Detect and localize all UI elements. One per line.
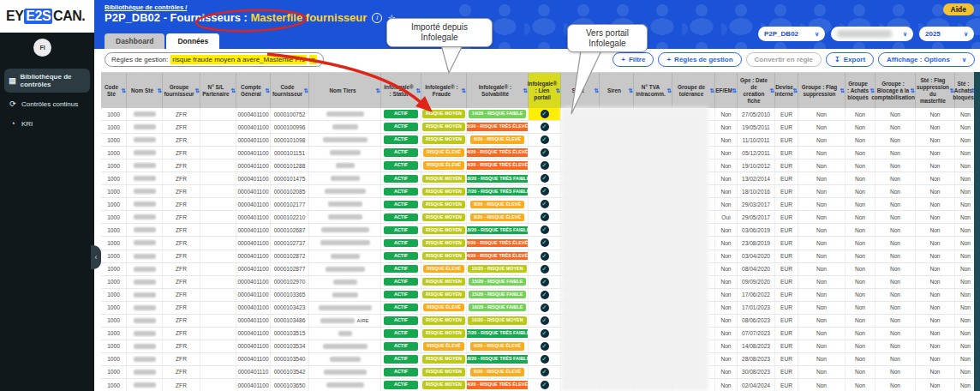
table-row[interactable]: 1000ZFR00004011000000102177ACTIFRISQUE M… — [101, 198, 980, 211]
col-header-ef-em[interactable]: EF/EM⇅ — [715, 73, 738, 108]
table-row[interactable]: 1000ZFR00004011000000102687ACTIFRISQUE M… — [101, 224, 980, 237]
year-selector[interactable]: 2025∨ — [919, 27, 974, 41]
portal-link-check-icon[interactable]: ✓ — [541, 355, 549, 364]
portal-link-check-icon[interactable]: ✓ — [541, 316, 549, 325]
tab-dashboard[interactable]: Dashboard — [105, 33, 164, 49]
col-header-code-ste[interactable]: Code Sté⇅ — [101, 73, 127, 108]
sort-icon[interactable]: ⇅ — [710, 87, 714, 93]
rule-filter-chip[interactable]: Règles de gestion: risque fraude moyen à… — [105, 52, 324, 67]
portal-link-check-icon[interactable]: ✓ — [541, 381, 549, 389]
portal-link-check-icon[interactable]: ✓ — [541, 226, 549, 234]
sort-icon[interactable]: ⇅ — [416, 87, 421, 93]
sidebar-collapse-handle[interactable]: ‹ — [91, 245, 101, 269]
sort-icon[interactable]: ⇅ — [376, 87, 380, 93]
rules-button[interactable]: +Règles de gestion — [658, 52, 741, 67]
export-button[interactable]: ↧Export — [826, 52, 874, 67]
portal-link-check-icon[interactable]: ✓ — [541, 252, 549, 261]
portal-link-check-icon[interactable]: ✓ — [541, 123, 549, 131]
portal-link-check-icon[interactable]: ✓ — [541, 148, 549, 157]
col-header-siren[interactable]: Siren⇅ — [600, 73, 634, 108]
portal-link-check-icon[interactable]: ✓ — [541, 200, 549, 208]
sort-icon[interactable]: ⇅ — [667, 87, 672, 93]
portal-link-check-icon[interactable]: ✓ — [541, 187, 549, 196]
sort-icon[interactable]: ⇅ — [158, 87, 162, 93]
sort-icon[interactable]: ⇅ — [462, 87, 466, 93]
sort-icon[interactable]: ⇅ — [793, 87, 798, 93]
portal-link-check-icon[interactable]: ✓ — [541, 278, 549, 286]
col-header-siret[interactable]: Siret⇅ — [561, 73, 600, 108]
table-row[interactable]: 1000ZFR00004011000000102085ACTIFRISQUE M… — [101, 185, 980, 198]
close-icon[interactable]: × — [309, 55, 317, 64]
col-header-infolegale-lien-portail[interactable]: Infolegale® : Lien portail⇅ — [529, 73, 561, 108]
sort-icon[interactable]: ⇅ — [195, 87, 200, 93]
sort-icon[interactable]: ⇅ — [840, 87, 845, 93]
portal-link-check-icon[interactable]: ✓ — [541, 238, 549, 247]
table-row[interactable]: 1000ZFR00004011000000103540ACTIFRISQUE M… — [101, 353, 980, 366]
display-options-button[interactable]: Affichage : Options∨ — [878, 52, 975, 67]
table-row[interactable]: 1000ZFR00004011000000101098ACTIFRISQUE M… — [101, 134, 980, 147]
filter-button[interactable]: +Filtre — [612, 52, 654, 67]
portal-link-check-icon[interactable]: ✓ — [541, 368, 549, 376]
sort-icon[interactable]: ⇅ — [231, 87, 236, 93]
portal-link-check-icon[interactable]: ✓ — [541, 265, 549, 274]
sort-icon[interactable]: ⇅ — [122, 87, 126, 93]
portal-link-check-icon[interactable]: ✓ — [541, 304, 549, 312]
col-header-groupe-de-tolerance[interactable]: Groupe de tolérance⇅ — [672, 73, 715, 108]
info-icon[interactable]: i — [372, 13, 382, 23]
table-row[interactable]: 1000ZFR00004011000000103515ACTIFRISQUE M… — [101, 328, 980, 340]
control-selector[interactable]: P2P_DB02∨ — [758, 27, 825, 41]
sort-icon[interactable]: ⇅ — [732, 87, 737, 93]
sidebar-item-bibliotheque-de-controles[interactable]: ▤Bibliothèque de contrôles — [4, 69, 90, 93]
portal-link-check-icon[interactable]: ✓ — [541, 135, 549, 144]
table-row[interactable]: 1000ZFR00004011000000100996ACTIFRISQUE M… — [101, 121, 980, 134]
sidebar-item-kri[interactable]: ◔KRI — [4, 115, 90, 132]
col-header-n-tva-intracomm[interactable]: N° TVA intracomm.⇅ — [634, 73, 672, 108]
col-header-groupe-fournisseur[interactable]: Groupe fournisseur⇅ — [163, 73, 200, 108]
col-header-nom-ste[interactable]: Nom Sté⇅ — [127, 73, 163, 108]
portal-link-check-icon[interactable]: ✓ — [541, 291, 549, 299]
col-header-infolegale-statut[interactable]: Infolegale® : Statut⇅ — [381, 73, 421, 108]
sort-icon[interactable]: ⇅ — [304, 87, 308, 93]
table-row[interactable]: 1000ZFR00004011000000101475ACTIFRISQUE M… — [101, 172, 980, 185]
sort-icon[interactable]: ⇅ — [556, 87, 560, 93]
tab-donnees[interactable]: Données — [166, 33, 219, 49]
sort-icon[interactable]: ⇅ — [595, 87, 599, 93]
sort-icon[interactable]: ⇅ — [911, 87, 915, 93]
aide-button[interactable]: Aide — [943, 3, 974, 15]
sort-icon[interactable]: ⇅ — [266, 87, 270, 93]
table-row[interactable]: 1000ZFR00004011000000101288ACTIFRISQUE É… — [101, 159, 980, 172]
table-row[interactable]: 1000ZFR00004011000000100752ACTIFRISQUE M… — [101, 108, 980, 121]
portal-link-check-icon[interactable]: ✓ — [541, 213, 549, 221]
table-row[interactable]: 1000ZFR00004011000000103486AIREACTIFRISQ… — [101, 315, 980, 328]
table-row[interactable]: 1000ZFR00004011000000103423ACTIFRISQUE É… — [101, 302, 980, 315]
portal-link-check-icon[interactable]: ✓ — [541, 161, 549, 170]
col-header-groupe-blocage-a-la-comptabilisation[interactable]: Groupe : Blocage à la comptabilisation⇅ — [875, 73, 916, 108]
col-header-gpe-date-de-creation-fiche[interactable]: Gpe : Date de création fiche⇅ — [738, 73, 775, 108]
col-header-infolegale-solvabilite[interactable]: Infolegale® : Solvabilité⇅ — [467, 73, 529, 108]
col-header-code-fournisseur[interactable]: Code fournisseur⇅ — [271, 73, 309, 108]
entity-selector[interactable]: ∨ — [831, 27, 913, 41]
portal-link-check-icon[interactable]: ✓ — [541, 342, 549, 351]
breadcrumb[interactable]: Bibliothèque de contrôles / — [105, 3, 187, 11]
col-header-infolegale-fraude[interactable]: Infolegale® : Fraude⇅ — [421, 73, 467, 108]
table-row[interactable]: 1000ZFR00004011000000103650ACTIFRISQUE M… — [101, 379, 980, 391]
portal-link-check-icon[interactable]: ✓ — [541, 329, 549, 338]
right-edge-scrollbar[interactable] — [974, 72, 980, 391]
sort-icon[interactable]: ⇅ — [770, 87, 774, 93]
table-row[interactable]: 1000ZFR00004011000000102970ACTIFRISQUE M… — [101, 276, 980, 289]
table-row[interactable]: 1000ZFR00004011000000103365ACTIFRISQUE M… — [101, 289, 980, 302]
table-row[interactable]: 1000ZFR00004011000000102737ACTIFRISQUE M… — [101, 237, 980, 250]
table-row[interactable]: 1000ZFR00004011000000102872ACTIFRISQUE M… — [101, 250, 980, 263]
col-header-nom-tiers[interactable]: Nom Tiers⇅ — [309, 73, 381, 108]
col-header-ste-flag-suppression-du-masterfile[interactable]: Sté : Flag suppression du masterfile⇅ — [916, 73, 955, 108]
col-header-groupe-flag-suppression[interactable]: Groupe : Flag suppression⇅ — [798, 73, 846, 108]
table-row[interactable]: 1000ZFR00004011000000101151ACTIFRISQUE É… — [101, 147, 980, 159]
table-row[interactable]: 1000ZFR00004011000000102877ACTIFRISQUE É… — [101, 263, 980, 276]
sidebar-item-controles-continus[interactable]: ⟳Contrôles continus — [4, 95, 90, 112]
table-row[interactable]: 1000ZFR00004011100000103542ACTIFRISQUE M… — [101, 366, 980, 379]
avatar[interactable]: FI — [33, 39, 51, 57]
col-header-devise-interne[interactable]: Devise interne⇅ — [775, 73, 798, 108]
table-row[interactable]: 1000ZFR00004011000000102210ACTIFRISQUE M… — [101, 211, 980, 224]
col-header-n-s-l-partenaire[interactable]: N° S/L Partenaire⇅ — [200, 73, 236, 108]
portal-link-check-icon[interactable]: ✓ — [541, 174, 549, 183]
